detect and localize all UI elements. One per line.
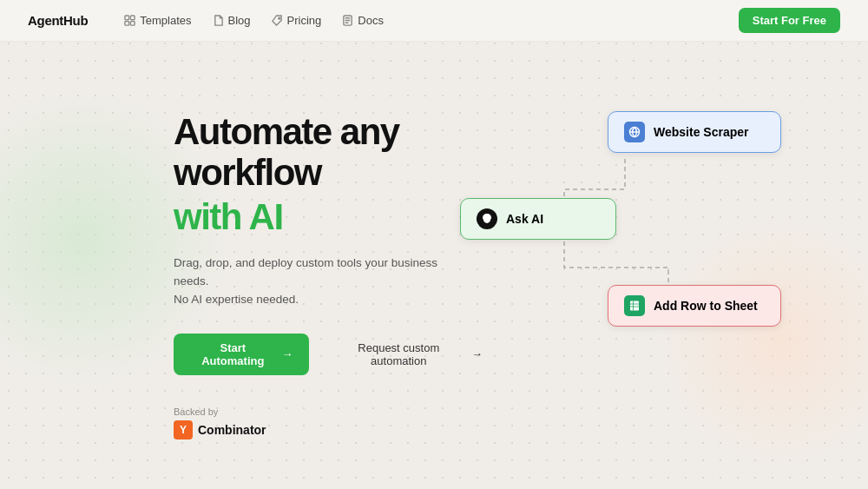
nav-docs[interactable]: Docs <box>333 10 392 31</box>
tag-icon <box>272 15 283 26</box>
node-add-row: Add Row to Sheet <box>608 285 781 327</box>
svg-rect-3 <box>131 21 135 25</box>
svg-rect-1 <box>131 16 135 20</box>
yc-logo: Y <box>174 420 193 439</box>
svg-point-4 <box>278 17 279 19</box>
globe-icon <box>624 122 645 142</box>
workflow-diagram: Website Scraper Ask AI Add Row to She <box>451 111 781 389</box>
nav-links: Templates Blog Pricing Docs <box>115 10 392 31</box>
openai-icon <box>477 208 497 229</box>
nav-templates[interactable]: Templates <box>115 10 200 31</box>
node-askai-label: Ask AI <box>506 212 543 226</box>
backed-by-section: Backed by Y Combinator <box>174 406 495 439</box>
grid-icon <box>124 15 135 26</box>
node-sheet-label: Add Row to Sheet <box>654 299 758 313</box>
node-website-scraper: Website Scraper <box>608 111 781 153</box>
svg-rect-7 <box>630 301 639 311</box>
file-icon <box>213 15 224 26</box>
yc-name: Combinator <box>198 423 266 437</box>
start-free-button[interactable]: Start For Free <box>739 8 840 33</box>
main-content: Automate any workflow with AI Drag, drop… <box>0 42 868 489</box>
hero-buttons: Start Automating → Request custom automa… <box>174 334 495 375</box>
nav-pricing[interactable]: Pricing <box>263 10 331 31</box>
start-automating-button[interactable]: Start Automating → <box>174 334 309 375</box>
navbar: AgentHub Templates Blog Pricing <box>0 0 868 42</box>
svg-rect-2 <box>125 21 129 25</box>
svg-rect-0 <box>125 16 129 20</box>
node-ask-ai: Ask AI <box>460 198 616 240</box>
doc-icon <box>342 15 353 26</box>
backed-label: Backed by <box>174 406 495 417</box>
hero-subtitle: Drag, drop, and deploy custom tools your… <box>174 254 451 309</box>
brand-logo[interactable]: AgentHub <box>28 13 88 28</box>
hero-title-ai: with AI <box>174 196 495 237</box>
hero-section: Automate any workflow with AI Drag, drop… <box>174 111 495 439</box>
hero-title-line1: Automate any workflow <box>174 111 495 193</box>
sheets-icon <box>624 295 645 316</box>
nav-blog[interactable]: Blog <box>204 10 260 31</box>
workflow-connectors <box>451 111 781 389</box>
nav-left: AgentHub Templates Blog Pricing <box>28 10 392 31</box>
node-website-label: Website Scraper <box>654 125 748 139</box>
yc-badge: Y Combinator <box>174 420 495 439</box>
